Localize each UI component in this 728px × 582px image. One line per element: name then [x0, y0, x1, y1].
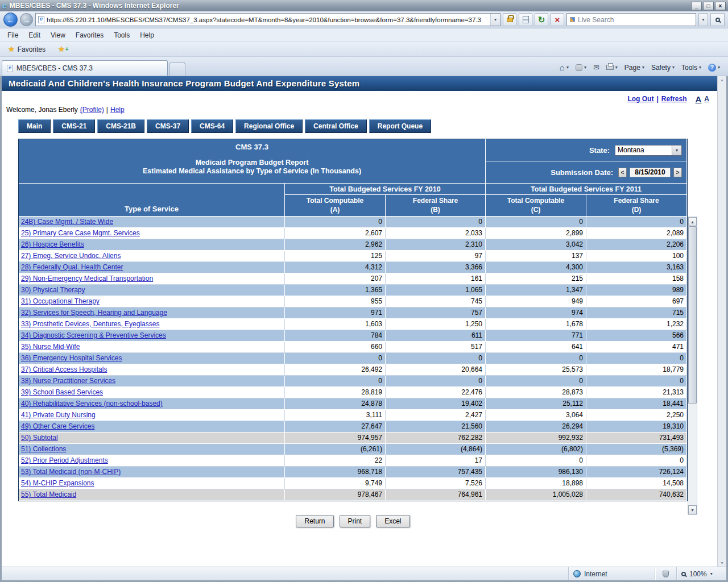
service-link[interactable]: 34) Diagnostic Screening & Preventive Se… [21, 331, 166, 339]
help-button[interactable]: ?▾ [705, 62, 723, 73]
value-federal-share-fy2011: 715 [586, 307, 687, 319]
address-bar[interactable]: https://65.220.21.10/MBESCBES/CMS37/CMS3… [35, 13, 500, 26]
service-link[interactable]: 36) Emergency Hospital Services [21, 354, 122, 362]
value-total-computable-fy2010: 28,819 [285, 387, 386, 398]
service-link[interactable]: 50) Subtotal [21, 434, 58, 442]
help-link[interactable]: Help [110, 106, 125, 114]
service-link[interactable]: 51) Collections [21, 445, 66, 453]
print-button[interactable]: ▾ [603, 63, 621, 72]
browser-scroll-up-icon[interactable]: ▲ [720, 78, 724, 82]
maximize-button[interactable]: □ [703, 2, 714, 10]
scroll-down-button[interactable]: ▼ [688, 505, 697, 514]
refresh-link[interactable]: Refresh [661, 95, 687, 103]
search-icon[interactable] [710, 13, 725, 26]
new-tab-button[interactable] [169, 63, 185, 76]
state-select[interactable]: Montana ▾ [615, 145, 682, 156]
logout-link[interactable]: Log Out [627, 95, 653, 103]
scroll-up-button[interactable]: ▲ [688, 217, 697, 226]
menu-edit[interactable]: Edit [23, 30, 46, 41]
value-federal-share-fy2010: 0 [386, 353, 486, 364]
favorites-button[interactable]: ★ Favorites [5, 44, 49, 55]
safety-menu-button[interactable]: Safety▾ [648, 62, 677, 73]
value-federal-share-fy2011: 740,632 [586, 489, 687, 501]
refresh-icon[interactable]: ↻ [535, 13, 548, 26]
service-link[interactable]: 29) Non-Emergency Medical Transportation [21, 275, 153, 282]
service-link[interactable]: 31) Occupational Therapy [21, 297, 100, 305]
service-link[interactable]: 35) Nurse Mid-Wife [21, 343, 80, 351]
value-federal-share-fy2010: 611 [386, 330, 486, 342]
service-link[interactable]: 55) Total Medicaid [21, 490, 76, 498]
nav-tab-cms37[interactable]: CMS-37 [147, 119, 189, 133]
submission-next-button[interactable]: > [673, 168, 682, 177]
report-region: CMS 37.3 Medicaid Program Budget Report … [18, 139, 688, 527]
search-input[interactable]: Live Search [566, 13, 696, 26]
table-scrollbar[interactable]: ▲ ▼ [688, 217, 697, 515]
service-link[interactable]: 39) School Based Services [21, 388, 103, 396]
nav-tab-cms64[interactable]: CMS-64 [191, 119, 233, 133]
browser-scrollbar[interactable]: ▲ ▼ [717, 76, 726, 567]
service-link[interactable]: 41) Private Duty Nursing [21, 411, 96, 419]
browser-scroll-down-icon[interactable]: ▼ [720, 561, 724, 565]
close-button[interactable]: × [715, 2, 726, 10]
fy2011-group-header: Total Budgeted Services FY 2011 [486, 184, 687, 195]
read-mail-button[interactable]: ✉ [590, 61, 602, 73]
profile-link[interactable]: (Profile) [80, 106, 104, 114]
service-link[interactable]: 28) Federally Qual. Health Center [21, 263, 123, 271]
welcome-separator: | [106, 106, 108, 114]
font-decrease-button[interactable]: A [704, 95, 709, 103]
forward-button[interactable]: → [20, 13, 33, 26]
service-link[interactable]: 25) Primary Care Case Mgmt. Services [21, 229, 140, 237]
stop-icon[interactable]: × [551, 13, 564, 26]
nav-tab-cms21b[interactable]: CMS-21B [97, 119, 144, 133]
menu-help[interactable]: Help [135, 30, 159, 41]
tab-mbes-cbes[interactable]: MBES/CBES - CMS 37.3 [2, 60, 168, 76]
page-menu-button[interactable]: Page▾ [622, 62, 647, 73]
service-link[interactable]: 30) Physical Therapy [21, 286, 85, 294]
value-total-computable-fy2011: 1,005,028 [486, 489, 586, 501]
service-link[interactable]: 54) M-CHIP Expansions [21, 479, 94, 487]
font-increase-button[interactable]: A [695, 94, 701, 104]
minimize-button[interactable]: _ [691, 2, 702, 10]
service-link[interactable]: 26) Hospice Benefits [21, 240, 84, 248]
service-link[interactable]: 38) Nurse Practitioner Services [21, 377, 115, 385]
zoom-dropdown-icon[interactable]: ▾ [710, 571, 713, 576]
search-dropdown-button[interactable]: ▾ [698, 13, 708, 26]
service-link[interactable]: 49) Other Care Services [21, 422, 94, 430]
compatibility-view-icon[interactable] [519, 13, 532, 26]
nav-tab-regional-office[interactable]: Regional Office [235, 119, 303, 133]
address-dropdown-button[interactable]: ▾ [490, 13, 500, 26]
service-link[interactable]: 52) Prior Period Adjustments [21, 456, 108, 464]
value-federal-share-fy2011: 2,206 [586, 239, 687, 251]
service-link[interactable]: 40) Rehabilitative Services (non-school-… [21, 400, 163, 408]
menu-file[interactable]: File [2, 30, 23, 41]
nav-tab-central-office[interactable]: Central Office [305, 119, 367, 133]
nav-tab-main[interactable]: Main [18, 119, 51, 133]
state-dropdown-icon[interactable]: ▾ [672, 146, 681, 155]
nav-tab-report-queue[interactable]: Report Queue [369, 119, 431, 133]
value-total-computable-fy2011: 3,042 [486, 239, 586, 251]
menu-view[interactable]: View [46, 30, 71, 41]
service-link[interactable]: 24B) Case Mgmt. / State Wide [21, 218, 113, 226]
lock-icon[interactable] [503, 13, 516, 26]
submission-prev-button[interactable]: < [618, 168, 627, 177]
return-button[interactable]: Return [296, 515, 333, 527]
report-subtitle: Estimated Medical Assistance by Type of … [19, 167, 485, 175]
zoom-control[interactable]: 100% ▾ [676, 567, 726, 580]
service-link[interactable]: 37) Critical Access Hospitals [21, 365, 107, 373]
excel-button[interactable]: Excel [376, 515, 410, 527]
nav-tab-cms21[interactable]: CMS-21 [53, 119, 95, 133]
add-to-favorites-bar-button[interactable]: ★+ [55, 44, 72, 55]
service-link[interactable]: 33) Prosthetic Devices, Dentures, Eyegla… [21, 320, 159, 328]
service-link[interactable]: 53) Total Medicaid (non-M-CHIP) [21, 468, 121, 476]
menu-favorites[interactable]: Favorites [71, 30, 109, 41]
service-table-body: 24B) Case Mgmt. / State Wide 0 0 0 0 25)… [19, 217, 687, 501]
back-button[interactable]: ← [3, 13, 18, 27]
home-button[interactable]: ⌂▾ [557, 62, 572, 73]
service-link[interactable]: 27) Emeg. Service Undoc. Aliens [21, 252, 121, 260]
service-link[interactable]: 32) Services for Speech, Hearing and Lan… [21, 309, 167, 317]
tools-menu-button[interactable]: Tools▾ [679, 62, 704, 73]
feeds-button[interactable]: ▾ [573, 63, 589, 73]
print-action-button[interactable]: Print [340, 515, 371, 527]
scrollbar-thumb[interactable] [688, 226, 697, 404]
menu-tools[interactable]: Tools [109, 30, 135, 41]
